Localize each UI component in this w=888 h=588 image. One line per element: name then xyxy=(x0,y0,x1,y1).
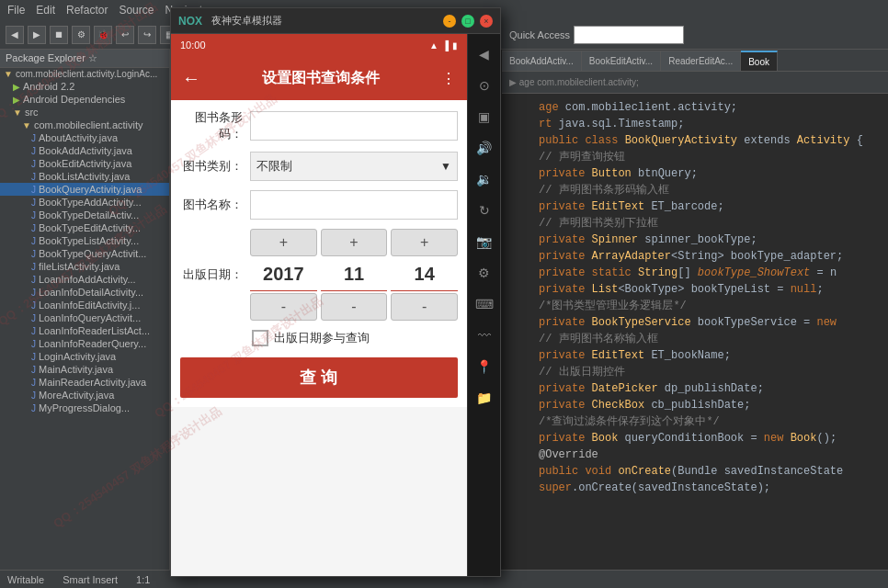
tree-item-more[interactable]: J MoreActivity.java xyxy=(0,389,169,401)
emulator-sidebar: ◀ ⊙ ▣ 🔊 🔉 ↻ 📷 ⚙ ⌨ 〰 📍 📁 xyxy=(467,34,500,576)
tree-item-label: LoanInfoReaderQuery... xyxy=(39,338,146,349)
tree-item-project[interactable]: ▼ com.mobileclient.activity.LoginAc... xyxy=(0,68,169,80)
menu-file[interactable]: File xyxy=(7,4,25,17)
status-position: 1:1 xyxy=(136,574,150,585)
code-line-22: private Book queryConditionBook = new Bo… xyxy=(509,430,881,447)
tree-item-filelist[interactable]: J fileListActivity.java xyxy=(0,260,169,273)
category-label: 图书类别： xyxy=(180,158,243,175)
emu-files-icon[interactable]: 📁 xyxy=(472,385,497,411)
emu-recent-icon[interactable]: ▣ xyxy=(472,104,497,130)
code-line-2: rt java.sql.Timestamp; xyxy=(509,116,881,132)
java-icon: J xyxy=(31,390,36,401)
tree-item-bookadd[interactable]: J BookAddActivity.java xyxy=(0,144,169,157)
date-label: 出版日期： xyxy=(180,266,243,283)
year-increment-btn[interactable]: + xyxy=(250,229,317,256)
package-explorer-title: Package Explorer ☆ xyxy=(6,52,97,64)
tree-item-bookquery[interactable]: J BookQueryActivity.java xyxy=(0,183,169,196)
tree-item-booktypequery[interactable]: J BookTypeQueryActivit... xyxy=(0,247,169,260)
tree-item-label: LoanInfoQueryActivit... xyxy=(39,312,141,323)
code-line-4: public class BookQueryActivity extends A… xyxy=(509,132,881,149)
query-button[interactable]: 查 询 xyxy=(180,357,458,398)
window-minimize-btn[interactable]: - xyxy=(443,15,456,28)
tree-item-booktypelist[interactable]: J BookTypeListActivity... xyxy=(0,234,169,247)
java-icon: J xyxy=(31,300,36,311)
emulator-logo: NOX xyxy=(178,15,202,28)
emu-shake-icon[interactable]: 〰 xyxy=(472,322,497,348)
tree-item-label: BookTypeDetailActiv... xyxy=(39,209,139,220)
toolbar-btn-3[interactable]: ⏹ xyxy=(50,26,68,44)
code-editor: BookAddActiv... BookEditActiv... ReaderE… xyxy=(502,50,888,588)
menu-edit[interactable]: Edit xyxy=(36,4,55,17)
toolbar-btn-4[interactable]: ⚙ xyxy=(72,26,90,44)
tree-item-about[interactable]: J AboutActivity.java xyxy=(0,131,169,144)
java-icon: J xyxy=(31,198,36,208)
tab-bookedit[interactable]: BookEditActiv... xyxy=(582,51,661,71)
code-line-10: private Spinner spinner_bookType; xyxy=(509,232,881,248)
tree-item-label: LoginActivity.java xyxy=(39,351,116,362)
toolbar-btn-6[interactable]: ↩ xyxy=(116,26,134,44)
toolbar-btn-2[interactable]: ▶ xyxy=(28,26,46,44)
tab-bookadd[interactable]: BookAddActiv... xyxy=(502,51,582,71)
tree-item-main[interactable]: J MainActivity.java xyxy=(0,363,169,376)
tree-item-label: com.mobileclient.activity xyxy=(34,119,143,130)
emu-home-icon[interactable]: ⊙ xyxy=(472,73,497,98)
toolbar-btn-7[interactable]: ↪ xyxy=(138,26,156,44)
menu-refactor[interactable]: Refactor xyxy=(66,4,108,17)
emu-back-icon[interactable]: ◀ xyxy=(472,41,497,67)
menu-source[interactable]: Source xyxy=(119,4,154,17)
tree-item-loaninfoadd[interactable]: J LoanInfoAddActivity... xyxy=(0,273,169,286)
code-line-1: age com.mobileclient.activity; xyxy=(509,99,881,116)
tab-label: ReaderEditAc... xyxy=(668,56,733,66)
signal-icon: ▐ xyxy=(442,40,449,51)
tree-item-label: MainActivity.java xyxy=(39,364,113,375)
tree-item-myprogress[interactable]: J MyProgressDialog... xyxy=(0,401,169,414)
year-decrement-btn[interactable]: - xyxy=(250,293,317,321)
tree-item-mainreader[interactable]: J MainReaderActivity.java xyxy=(0,376,169,389)
toolbar-btn-5[interactable]: 🐞 xyxy=(94,26,112,44)
tree-item-loaninfodetail[interactable]: J LoanInfoDetailActivity... xyxy=(0,286,169,299)
day-increment-btn[interactable]: + xyxy=(391,229,458,256)
quick-access-label: Quick Access xyxy=(509,29,570,40)
toolbar-btn-1[interactable]: ◀ xyxy=(6,26,24,44)
tree-item-booktypedetail[interactable]: J BookTypeDetailActiv... xyxy=(0,209,169,221)
month-increment-btn[interactable]: + xyxy=(321,229,388,256)
window-maximize-btn[interactable]: □ xyxy=(461,15,474,28)
java-icon: J xyxy=(31,326,36,336)
tree-item-loaninfoedit[interactable]: J LoanInfoEditActivity.j... xyxy=(0,299,169,311)
tree-item-src[interactable]: ▼ src xyxy=(0,106,169,119)
date-checkbox[interactable] xyxy=(252,330,268,346)
tree-item-bookedit[interactable]: J BookEditActivity.java xyxy=(0,157,169,170)
back-button[interactable]: ← xyxy=(182,68,200,89)
tree-item-loaninforeaderlist[interactable]: J LoanInfoReaderListAct... xyxy=(0,324,169,337)
tree-item-label: BookQueryActivity.java xyxy=(39,184,142,195)
window-close-btn[interactable]: × xyxy=(480,15,493,28)
emu-keyboard-icon[interactable]: ⌨ xyxy=(472,291,497,317)
category-spinner[interactable]: 不限制 ▼ xyxy=(250,152,458,181)
emu-gps-icon[interactable]: 📍 xyxy=(472,354,497,379)
bookname-input[interactable] xyxy=(250,190,458,220)
emu-volume-down-icon[interactable]: 🔉 xyxy=(472,166,497,192)
tree-item-loaninforeaderquery[interactable]: J LoanInfoReaderQuery... xyxy=(0,337,169,350)
tree-item-loaninfoquery[interactable]: J LoanInfoQueryActivit... xyxy=(0,311,169,324)
tree-item-booklist[interactable]: J BookListActivity.java xyxy=(0,170,169,183)
month-decrement-btn[interactable]: - xyxy=(321,293,388,321)
quick-access-input[interactable] xyxy=(574,26,684,44)
tree-item-android22[interactable]: ▶ Android 2.2 xyxy=(0,80,169,93)
tab-readeredit[interactable]: ReaderEditAc... xyxy=(661,51,741,71)
year-value: 2017 xyxy=(250,258,317,291)
tab-book[interactable]: Book xyxy=(741,51,778,71)
tree-item-booktypeadd[interactable]: J BookTypeAddActivity... xyxy=(0,196,169,209)
emu-screenshot-icon[interactable]: 📷 xyxy=(472,229,497,254)
emu-rotate-icon[interactable]: ↻ xyxy=(472,198,497,223)
tree-item-login[interactable]: J LoginActivity.java xyxy=(0,350,169,363)
barcode-input[interactable] xyxy=(250,111,458,141)
spinner-arrow-icon: ▼ xyxy=(440,160,451,173)
emu-settings-icon[interactable]: ⚙ xyxy=(472,260,497,286)
tree-item-android-deps[interactable]: ▶ Android Dependencies xyxy=(0,93,169,106)
emu-volume-up-icon[interactable]: 🔊 xyxy=(472,135,497,161)
emulator-window: NOX 夜神安卓模拟器 - □ × ◀ ⊙ ▣ 🔊 🔉 ↻ 📷 ⚙ ⌨ 〰 📍 … xyxy=(170,7,501,577)
tree-item-booktypeedit[interactable]: J BookTypeEditActivity... xyxy=(0,221,169,234)
tree-item-package[interactable]: ▼ com.mobileclient.activity xyxy=(0,119,169,131)
day-decrement-btn[interactable]: - xyxy=(391,293,458,321)
more-options-icon[interactable]: ⋮ xyxy=(441,70,456,87)
